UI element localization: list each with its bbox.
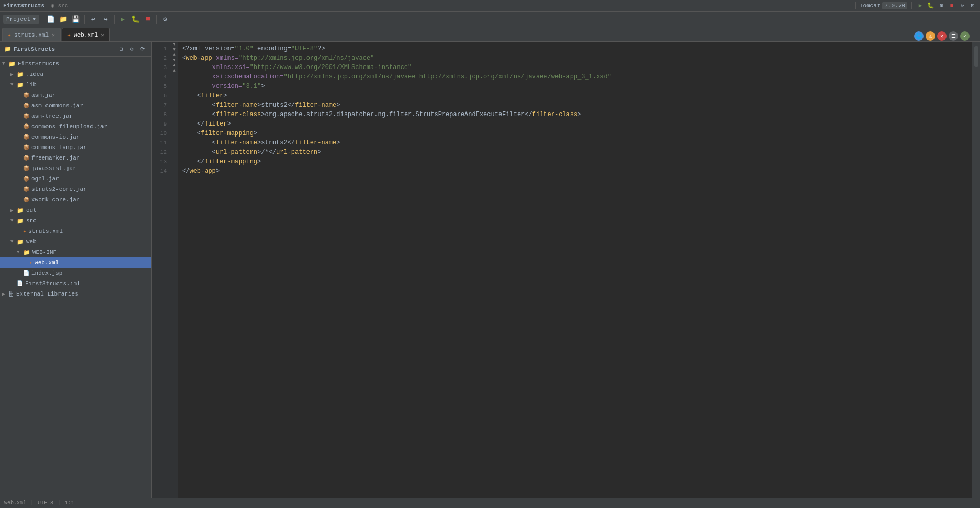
tree-item-commons-fileupload-jar[interactable]: 📦 commons-fileupload.jar [0, 121, 151, 132]
tree-item-struts2-core-jar[interactable]: 📦 struts2-core.jar [0, 184, 151, 195]
tree-item-web-xml[interactable]: ✦ web.xml [0, 257, 151, 268]
tab-struts-xml[interactable]: ✦ struts.xml ✕ [2, 28, 61, 41]
tree-item-idea[interactable]: ▶ 📁 .idea [0, 69, 151, 80]
folder-icon-webinf: 📁 [23, 249, 30, 256]
sidebar-header: 📁 FirstStructs ⊟ ⚙ ⟳ [0, 42, 151, 57]
tree-label-struts2-core-jar: struts2-core.jar [31, 186, 87, 193]
sidebar-actions: ⊟ ⚙ ⟳ [117, 44, 147, 54]
struts-xml-icon: ✦ [8, 32, 11, 38]
toggle-lib: ▼ [10, 82, 17, 87]
code-line-3: xmlns:xsi="http://www.w3.org/2001/XMLSch… [182, 63, 967, 72]
code-editor[interactable]: <?xml version="1.0" encoding="UTF-8"?> <… [178, 42, 972, 498]
tree-label-javassist-jar: javassist.jar [31, 165, 76, 172]
top-bar: FirstStructs ◉ src Tomcat 7.0.70 ▶ 🐛 ≋ ■… [0, 0, 980, 12]
code-line-10: <filter-mapping> [182, 129, 967, 138]
tree-label-out: out [26, 207, 37, 213]
stop-button[interactable]: ■ [948, 2, 956, 10]
fold-14[interactable]: ▲ [170, 68, 178, 73]
toolbar-btn-undo[interactable]: ↩ [87, 14, 99, 25]
sidebar-action-sync[interactable]: ⟳ [138, 44, 147, 54]
toolbar-btn-stop[interactable]: ■ [142, 14, 154, 25]
sidebar-action-settings[interactable]: ⚙ [127, 44, 136, 54]
tree-label-freemarker-jar: freemarker.jar [31, 155, 79, 161]
tab-web-xml[interactable]: ✦ web.xml ✕ [62, 28, 110, 41]
jar-icon-asm-tree: 📦 [23, 113, 29, 119]
jar-icon-xwork-core: 📦 [23, 197, 29, 203]
fold-2[interactable]: ▼ [170, 42, 178, 47]
toolbar-sep-1 [42, 15, 42, 24]
run-button[interactable]: ▶ [916, 2, 925, 10]
toolbar-btn-new[interactable]: 📄 [45, 14, 56, 25]
toggle-idea: ▶ [10, 72, 17, 77]
profile-button[interactable]: ≋ [937, 2, 945, 10]
code-line-14: </web-app> [182, 166, 967, 176]
tree-item-commons-io-jar[interactable]: 📦 commons-io.jar [0, 132, 151, 142]
build-button[interactable]: ⚒ [958, 2, 966, 10]
tree-item-asm-tree-jar[interactable]: 📦 asm-tree.jar [0, 111, 151, 121]
tree-label-src: src [26, 218, 37, 224]
sidebar-tree: ▼ 📁 FirstStructs ▶ 📁 .idea ▼ 📁 lib 📦 asm… [0, 57, 151, 498]
jar-icon-asm: 📦 [23, 92, 29, 98]
tree-item-external-libs[interactable]: ▶ 🗄 External Libraries [0, 289, 151, 299]
tab-web-xml-close[interactable]: ✕ [101, 32, 104, 38]
tab-struts-xml-close[interactable]: ✕ [52, 32, 55, 38]
jar-icon-ognl: 📦 [23, 176, 29, 182]
tree-item-asm-jar[interactable]: 📦 asm.jar [0, 90, 151, 100]
sidebar-icon: 📁 [4, 46, 12, 52]
tree-item-ognl-jar[interactable]: 📦 ognl.jar [0, 174, 151, 184]
tree-label-web-xml: web.xml [35, 259, 59, 266]
tree-label-asm-tree-jar: asm-tree.jar [31, 113, 73, 119]
tree-item-web[interactable]: ▼ 📁 web [0, 236, 151, 247]
sidebar-title: FirstStructs [14, 46, 55, 52]
tree-item-freemarker-jar[interactable]: 📦 freemarker.jar [0, 153, 151, 163]
layout-button[interactable]: ⊡ [968, 2, 977, 10]
toolbar-btn-settings[interactable]: ⚙ [159, 14, 171, 25]
web-xml-icon: ✦ [67, 32, 71, 38]
sidebar-action-collapse[interactable]: ⊟ [117, 44, 126, 54]
folder-icon-idea: 📁 [17, 71, 24, 78]
ln-8: 8 [152, 110, 170, 119]
fold-6[interactable]: ▼ [170, 47, 178, 52]
fold-gutter-area: ▼ ▼ ▲ ▼ ▲ ▲ [170, 42, 178, 498]
jar-icon-commons-fileupload: 📦 [23, 123, 29, 130]
debug-button[interactable]: 🐛 [927, 2, 935, 10]
tree-item-iml[interactable]: 📄 FirstStructs.iml [0, 278, 151, 289]
ln-2: 2 [152, 53, 170, 63]
tree-item-lib[interactable]: ▼ 📁 lib [0, 80, 151, 90]
toolbar-btn-debug[interactable]: 🐛 [130, 14, 141, 25]
tree-item-index-jsp[interactable]: 📄 index.jsp [0, 268, 151, 278]
src-label: ◉ src [51, 2, 68, 9]
fold-13[interactable]: ▲ [170, 63, 178, 68]
separator2 [911, 2, 912, 9]
jar-icon-struts2-core: 📦 [23, 186, 29, 193]
fold-10[interactable]: ▼ [170, 58, 178, 63]
tree-item-asm-commons-jar[interactable]: 📦 asm-commons.jar [0, 100, 151, 111]
jar-icon-javassist: 📦 [23, 165, 29, 172]
code-line-6: <filter> [182, 91, 967, 100]
toolbar-btn-open[interactable]: 📁 [58, 14, 69, 25]
tree-item-src[interactable]: ▼ 📁 src [0, 216, 151, 226]
tree-label-iml: FirstStructs.iml [25, 280, 81, 287]
tree-item-commons-lang-jar[interactable]: 📦 commons-lang.jar [0, 142, 151, 153]
fold-9[interactable]: ▲ [170, 52, 178, 58]
tree-item-root[interactable]: ▼ 📁 FirstStructs [0, 59, 151, 69]
top-bar-right: Tomcat 7.0.70 ▶ 🐛 ≋ ■ ⚒ ⊡ [853, 2, 977, 10]
tree-item-struts-xml[interactable]: ✦ struts.xml [0, 226, 151, 236]
project-selector[interactable]: Project ▾ [3, 15, 39, 24]
toolbar: Project ▾ 📄 📁 💾 ↩ ↪ ▶ 🐛 ■ ⚙ [0, 12, 980, 27]
toolbar-btn-run[interactable]: ▶ [117, 14, 129, 25]
tree-item-out[interactable]: ▶ 📁 out [0, 205, 151, 216]
tree-item-webinf[interactable]: ▼ 📁 WEB-INF [0, 247, 151, 257]
folder-icon-lib: 📁 [17, 82, 24, 88]
status-line-col: 1:1 [65, 500, 74, 506]
tree-item-javassist-jar[interactable]: 📦 javassist.jar [0, 163, 151, 174]
ln-10: 10 [152, 129, 170, 138]
toolbar-btn-redo[interactable]: ↪ [100, 14, 111, 25]
scrollbar-thumb[interactable] [974, 46, 978, 67]
toolbar-btn-save[interactable]: 💾 [70, 14, 82, 25]
tree-label-commons-fileupload-jar: commons-fileupload.jar [31, 123, 107, 130]
tree-item-xwork-core-jar[interactable]: 📦 xwork-core.jar [0, 195, 151, 205]
tree-label-web: web [26, 239, 37, 245]
toolbar-sep-2 [84, 15, 85, 24]
status-text: web.xml [4, 500, 26, 506]
